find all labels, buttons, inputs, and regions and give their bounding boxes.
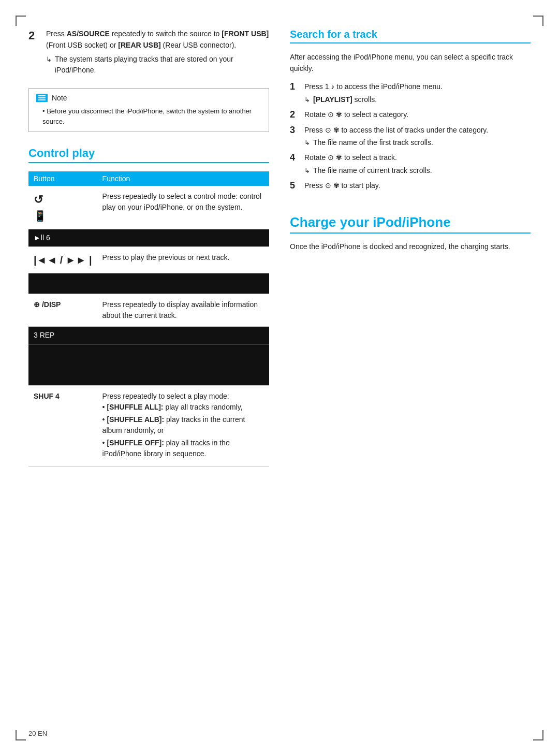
step-3-content: Press ⊙ ✾ to access the list of tracks u…: [304, 125, 531, 149]
button-mode: ↺ 📱: [28, 186, 97, 229]
arrow-sym-3: ↳: [304, 138, 310, 148]
charge-title: Charge your iPod/iPhone: [290, 214, 531, 234]
step-1-arrow: ↳ [PLAYLIST] scrolls.: [304, 94, 531, 105]
shuf-alb: [SHUFFLE ALB]: play tracks in the curren…: [102, 414, 264, 436]
corner-decoration-br: [533, 730, 543, 740]
shuf-symbol: SHUF 4: [34, 392, 60, 400]
button-disp: ⊕ /DISP: [28, 294, 97, 327]
col-function-header: Function: [97, 171, 269, 186]
phone-icon: 📱: [34, 210, 47, 222]
table-row-disp: ⊕ /DISP Press repeatedly to display avai…: [28, 294, 269, 327]
dark-row-2-label: 3 REP: [28, 327, 269, 344]
control-play-title: Control play: [28, 147, 269, 163]
button-shuf: SHUF 4: [28, 386, 97, 467]
dark-row-2-spacer-cell: [28, 344, 269, 386]
arrow-symbol: ↳: [46, 54, 52, 65]
step-n-4: 4: [290, 152, 299, 164]
charge-section: Charge your iPod/iPhone Once the iPod/iP…: [290, 214, 531, 252]
table-header-row: Button Function: [28, 171, 269, 186]
control-play-table: Button Function ↺ 📱 Press repeatedly to …: [28, 171, 269, 467]
dark-row-2-spacer: [28, 344, 269, 386]
search-step-4: 4 Rotate ⊙ ✾ to select a track. ↳ The fi…: [290, 152, 531, 176]
step-1-content: Press 1 ♪ to access the iPod/iPhone menu…: [304, 81, 531, 105]
disp-symbol: ⊕ /DISP: [34, 300, 61, 309]
arrow-sym-4: ↳: [304, 166, 310, 176]
function-skip: Press to play the previous or next track…: [97, 247, 269, 273]
mode-icon: ↺: [34, 193, 43, 206]
note-bullet-text: Before you disconnect the iPod/iPhone, s…: [36, 106, 261, 126]
search-step-5: 5 Press ⊙ ✾ to start play.: [290, 180, 531, 192]
step-2-text: Press AS/SOURCE repeatedly to switch the…: [46, 28, 269, 76]
dark-row-1-label: ►ll 6: [28, 229, 269, 247]
step-2-arrow: ↳ The system starts playing tracks that …: [46, 54, 269, 76]
step-n-2: 2: [290, 109, 299, 121]
step-n-5: 5: [290, 180, 299, 192]
note-label: Note: [52, 94, 67, 102]
skip-icon: |◄◄ / ►► |: [34, 254, 92, 266]
step-3-arrow: ↳ The file name of the first track scrol…: [304, 137, 531, 148]
page-content: 2 Press AS/SOURCE repeatedly to switch t…: [28, 28, 531, 728]
step-2-number: 2: [28, 28, 41, 43]
button-skip: |◄◄ / ►► |: [28, 247, 97, 273]
col-button-header: Button: [28, 171, 97, 186]
search-step-2: 2 Rotate ⊙ ✾ to select a category.: [290, 109, 531, 121]
shuf-off: [SHUFFLE OFF]: play all tracks in the iP…: [102, 438, 264, 459]
search-step-3: 3 Press ⊙ ✾ to access the list of tracks…: [290, 125, 531, 149]
table-row-skip: |◄◄ / ►► | Press to play the previous or…: [28, 247, 269, 273]
step-n-1: 1: [290, 81, 299, 93]
function-disp: Press repeatedly to display available in…: [97, 294, 269, 327]
function-shuf: Press repeatedly to select a play mode: …: [97, 386, 269, 467]
search-step-1: 1 Press 1 ♪ to access the iPod/iPhone me…: [290, 81, 531, 105]
search-title: Search for a track: [290, 28, 531, 43]
control-play-section: Control play Button Function ↺ 📱: [28, 147, 269, 467]
shuf-bullets: [SHUFFLE ALL]: play all tracks randomly,…: [102, 402, 264, 459]
step-3-arrow-text: The file name of the first track scrolls…: [313, 137, 433, 148]
search-steps: 1 Press 1 ♪ to access the iPod/iPhone me…: [290, 81, 531, 191]
step-2-block: 2 Press AS/SOURCE repeatedly to switch t…: [28, 28, 269, 76]
corner-decoration-bl: [16, 730, 26, 740]
page-footer: 20 EN: [28, 730, 47, 737]
note-box: Note Before you disconnect the iPod/iPho…: [28, 88, 269, 132]
step-5-content: Press ⊙ ✾ to start play.: [304, 180, 531, 192]
note-icon: [36, 94, 48, 102]
dark-row-spacer-cell: [28, 273, 269, 294]
left-column: 2 Press AS/SOURCE repeatedly to switch t…: [28, 28, 269, 728]
charge-text: Once the iPod/iPhone is docked and recog…: [290, 241, 531, 252]
function-mode: Press repeatedly to select a control mod…: [97, 186, 269, 229]
corner-decoration-tr: [533, 16, 543, 26]
step-2-arrow-text: The system starts playing tracks that ar…: [55, 54, 269, 76]
search-section: Search for a track After accessing the i…: [290, 28, 531, 196]
step-2-content: Rotate ⊙ ✾ to select a category.: [304, 109, 531, 121]
table-row-mode: ↺ 📱 Press repeatedly to select a control…: [28, 186, 269, 229]
step-4-content: Rotate ⊙ ✾ to select a track. ↳ The file…: [304, 152, 531, 176]
dark-row-1: ►ll 6: [28, 229, 269, 247]
right-column: Search for a track After accessing the i…: [290, 28, 531, 728]
arrow-sym-1: ↳: [304, 95, 310, 105]
step-4-arrow-text: The file name of current track scrolls.: [313, 165, 432, 176]
note-header: Note: [36, 94, 261, 102]
dark-row-2: 3 REP: [28, 327, 269, 344]
dark-row-spacer: [28, 273, 269, 294]
table-row-shuf: SHUF 4 Press repeatedly to select a play…: [28, 386, 269, 467]
step-n-3: 3: [290, 125, 299, 136]
step-1-arrow-text: [PLAYLIST] scrolls.: [313, 94, 377, 105]
step-4-arrow: ↳ The file name of current track scrolls…: [304, 165, 531, 176]
shuf-all: [SHUFFLE ALL]: play all tracks randomly,: [102, 402, 264, 413]
corner-decoration-tl: [16, 16, 26, 26]
search-intro: After accessing the iPod/iPhone menu, yo…: [290, 52, 531, 74]
